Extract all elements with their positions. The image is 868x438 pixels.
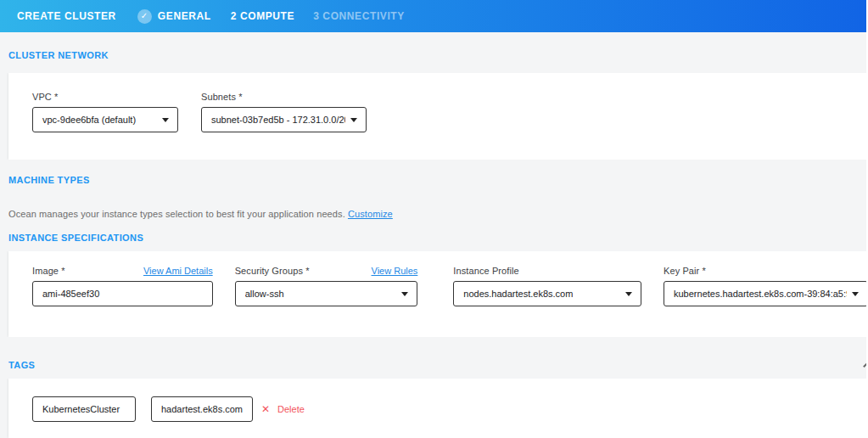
image-input[interactable] xyxy=(32,281,213,306)
x-icon: ✕ xyxy=(261,403,270,415)
instance-profile-value: nodes.hadartest.ek8s.com xyxy=(463,289,573,299)
chevron-down-icon xyxy=(625,292,632,296)
view-rules-link[interactable]: View Rules xyxy=(372,266,418,276)
customize-link[interactable]: Customize xyxy=(348,209,393,219)
tab-connectivity-label: 3 CONNECTIVITY xyxy=(313,10,405,22)
vpc-label: VPC * xyxy=(32,92,178,102)
tab-general[interactable]: ✓ GENERAL xyxy=(137,9,211,24)
tab-compute[interactable]: 2 COMPUTE xyxy=(231,10,294,22)
key-pair-select[interactable]: kubernetes.hadartest.ek8s.com-39:84:a5:9… xyxy=(664,281,868,306)
security-groups-value: allow-ssh xyxy=(245,289,284,299)
cluster-network-band: CLUSTER NETWORK xyxy=(0,32,868,73)
tags-title: TAGS xyxy=(8,360,868,370)
chevron-down-icon xyxy=(162,118,169,122)
machine-types-description: Ocean manages your instance types select… xyxy=(8,209,868,219)
machine-types-band: MACHINE TYPES Ocean manages your instanc… xyxy=(0,160,868,251)
key-pair-value: kubernetes.hadartest.ek8s.com-39:84:a5:9… xyxy=(674,289,847,299)
tag-value-input[interactable] xyxy=(151,396,253,422)
tab-general-label: GENERAL xyxy=(158,10,211,22)
tab-compute-label: 2 COMPUTE xyxy=(231,10,294,22)
delete-tag-label: Delete xyxy=(277,404,305,414)
tags-card: ✕ Delete xyxy=(8,379,868,438)
security-groups-select[interactable]: allow-ssh xyxy=(235,281,418,306)
security-groups-label: Security Groups * xyxy=(235,266,310,276)
key-pair-label: Key Pair * xyxy=(664,266,868,276)
delete-tag-button[interactable]: ✕ Delete xyxy=(261,396,305,422)
chevron-down-icon xyxy=(350,118,357,122)
page-title: CREATE CLUSTER xyxy=(17,10,116,22)
instance-profile-label: Instance Profile xyxy=(453,266,641,276)
tags-band: TAGS xyxy=(0,337,868,379)
instance-specifications-title: INSTANCE SPECIFICATIONS xyxy=(8,233,868,243)
view-ami-details-link[interactable]: View Ami Details xyxy=(143,266,213,276)
chevron-down-icon xyxy=(401,292,408,296)
tag-row: ✕ Delete xyxy=(32,396,305,422)
cluster-network-title: CLUSTER NETWORK xyxy=(8,50,868,60)
chevron-down-icon xyxy=(852,292,859,296)
vpc-select[interactable]: vpc-9dee6bfa (default) xyxy=(32,107,178,132)
subnets-select[interactable]: subnet-03b7ed5b - 172.31.0.0/20 ... xyxy=(201,107,367,132)
machine-types-title: MACHINE TYPES xyxy=(8,160,868,185)
cluster-network-card: VPC * vpc-9dee6bfa (default) Subnets * s… xyxy=(8,73,868,160)
check-icon: ✓ xyxy=(137,9,152,24)
subnets-label: Subnets * xyxy=(201,92,367,102)
subnets-value: subnet-03b7ed5b - 172.31.0.0/20 ... xyxy=(211,115,345,125)
tab-connectivity[interactable]: 3 CONNECTIVITY xyxy=(313,10,405,22)
instance-specifications-card: Image * View Ami Details Security Groups… xyxy=(8,251,868,337)
image-label: Image * xyxy=(32,266,65,276)
vpc-value: vpc-9dee6bfa (default) xyxy=(42,115,136,125)
tag-key-input[interactable] xyxy=(32,396,136,422)
wizard-header: CREATE CLUSTER ✓ GENERAL 2 COMPUTE 3 CON… xyxy=(0,0,868,32)
instance-profile-select[interactable]: nodes.hadartest.ek8s.com xyxy=(453,281,641,306)
